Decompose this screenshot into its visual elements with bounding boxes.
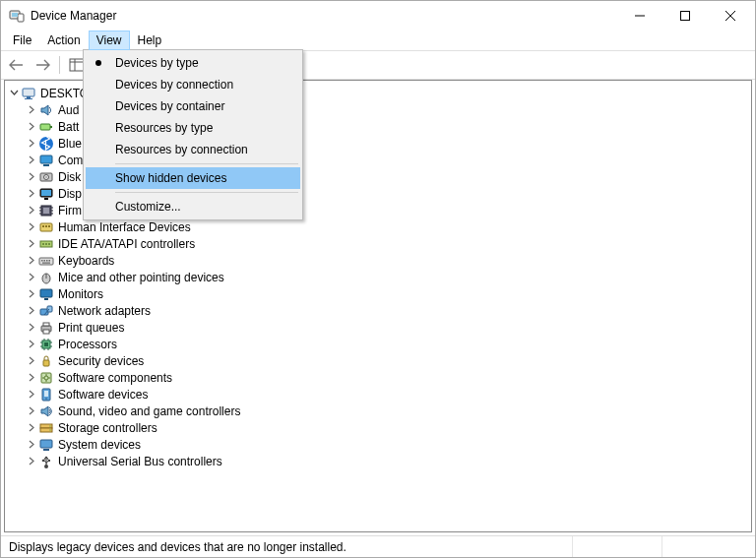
back-button[interactable]: [5, 54, 29, 76]
menu-item-label: Devices by type: [115, 56, 199, 70]
expander-icon[interactable]: [25, 103, 38, 117]
sound-icon: [38, 403, 54, 419]
keyboard-icon: [38, 253, 54, 269]
menu-item[interactable]: Resources by connection: [86, 139, 300, 160]
system-icon: [38, 437, 54, 453]
tree-item-label: Human Interface Devices: [58, 220, 191, 234]
tree-item-label: Security devices: [58, 354, 144, 368]
storage-icon: [38, 420, 54, 436]
tree-item-label: Blue: [58, 137, 82, 151]
menu-separator: [115, 163, 298, 164]
menu-item[interactable]: Devices by container: [86, 95, 300, 117]
menu-action-label: Action: [47, 33, 80, 47]
menu-item-label: Show hidden devices: [115, 171, 226, 185]
tree-item[interactable]: Print queues: [5, 319, 751, 336]
tree-item[interactable]: Network adapters: [5, 302, 751, 319]
expander-icon[interactable]: [25, 438, 38, 452]
menu-item[interactable]: Customize...: [86, 196, 300, 217]
computer-icon: [38, 153, 54, 168]
tree-item-label: Storage controllers: [58, 421, 158, 435]
expander-icon[interactable]: [25, 187, 38, 201]
tree-item[interactable]: Sound, video and game controllers: [5, 403, 751, 419]
expander-icon[interactable]: [25, 254, 38, 268]
tree-item-label: System devices: [58, 438, 141, 452]
expander-icon[interactable]: [25, 304, 38, 318]
menu-separator: [115, 192, 298, 193]
tree-item[interactable]: Software devices: [5, 386, 751, 403]
expander-icon[interactable]: [25, 137, 38, 151]
maximize-button[interactable]: [662, 1, 708, 31]
expander-icon[interactable]: [25, 220, 38, 234]
menu-view[interactable]: View: [89, 31, 130, 50]
display-icon: [38, 186, 54, 202]
printer-icon: [38, 320, 54, 336]
tree-item-label: Disp: [58, 187, 82, 201]
svg-rect-35: [42, 225, 44, 227]
expander-icon[interactable]: [25, 354, 38, 368]
tree-item[interactable]: Storage controllers: [5, 419, 751, 436]
svg-rect-37: [48, 225, 50, 227]
tree-item[interactable]: System devices: [5, 436, 751, 453]
tree-item[interactable]: Monitors: [5, 285, 751, 302]
svg-rect-12: [23, 89, 34, 96]
radio-dot-icon: [95, 60, 101, 66]
menu-help[interactable]: Help: [130, 31, 170, 50]
minimize-button[interactable]: [617, 1, 662, 31]
svg-rect-7: [70, 59, 84, 71]
app-icon: [9, 8, 25, 24]
expander-icon[interactable]: [25, 371, 38, 385]
expander-icon[interactable]: [25, 271, 38, 284]
menu-item[interactable]: Resources by type: [86, 117, 300, 139]
svg-point-80: [49, 425, 50, 426]
window-title: Device Manager: [31, 9, 617, 23]
expander-icon[interactable]: [25, 170, 38, 184]
menu-item[interactable]: Show hidden devices: [86, 167, 300, 189]
expander-icon[interactable]: [25, 321, 38, 335]
svg-rect-46: [49, 260, 51, 262]
ide-icon: [38, 236, 54, 252]
statusbar-cell: [573, 536, 662, 557]
expander-icon[interactable]: [25, 455, 38, 468]
tree-item[interactable]: Mice and other pointing devices: [5, 269, 751, 285]
monitor-icon: [38, 286, 54, 302]
svg-point-40: [45, 243, 47, 245]
titlebar: Device Manager: [1, 1, 755, 31]
usb-icon: [38, 454, 54, 469]
tree-item[interactable]: Human Interface Devices: [5, 218, 751, 235]
expander-icon[interactable]: [25, 388, 38, 402]
expander-icon[interactable]: [7, 87, 21, 100]
tree-item[interactable]: Security devices: [5, 352, 751, 369]
svg-rect-59: [44, 342, 48, 346]
menu-view-label: View: [96, 33, 122, 47]
expander-icon[interactable]: [25, 338, 38, 351]
tree-item[interactable]: IDE ATA/ATAPI controllers: [5, 235, 751, 252]
tree-item-label: Firm: [58, 204, 82, 217]
menu-item-label: Customize...: [115, 200, 181, 214]
forward-button[interactable]: [31, 54, 54, 76]
menu-item[interactable]: Devices by connection: [86, 74, 300, 95]
tree-item[interactable]: Processors: [5, 336, 751, 352]
swdev-icon: [38, 387, 54, 403]
tree-item[interactable]: Universal Serial Bus controllers: [5, 453, 751, 469]
close-button[interactable]: [708, 1, 753, 31]
expander-icon[interactable]: [25, 237, 38, 251]
tree-item-label: Software devices: [58, 388, 148, 402]
menu-item-label: Devices by container: [115, 99, 224, 113]
tree-item-label: Com: [58, 154, 83, 167]
expander-icon[interactable]: [25, 287, 38, 301]
svg-rect-15: [40, 124, 50, 130]
tree-item-label: Network adapters: [58, 304, 151, 318]
expander-icon[interactable]: [25, 404, 38, 418]
tree-item-label: Processors: [58, 338, 117, 351]
menu-action[interactable]: Action: [39, 31, 88, 50]
window-controls: [617, 1, 753, 31]
menu-item[interactable]: Devices by type: [86, 52, 300, 74]
menu-file[interactable]: File: [5, 31, 39, 50]
expander-icon[interactable]: [25, 120, 38, 134]
tree-item[interactable]: Software components: [5, 369, 751, 386]
tree-item[interactable]: Keyboards: [5, 252, 751, 269]
expander-icon[interactable]: [25, 204, 38, 217]
menubar: File Action View Help: [1, 31, 755, 50]
expander-icon[interactable]: [25, 154, 38, 167]
expander-icon[interactable]: [25, 421, 38, 435]
